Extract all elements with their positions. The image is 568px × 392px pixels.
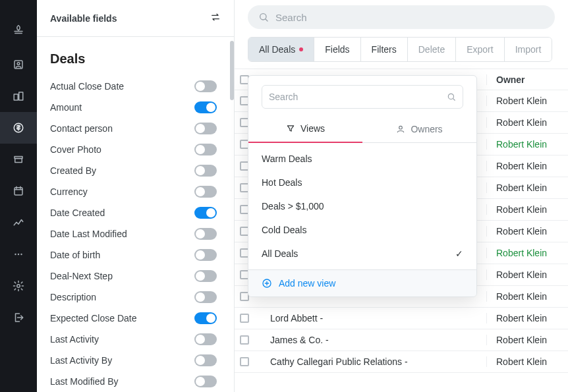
contacts-icon[interactable] xyxy=(0,49,37,80)
field-group-title: Deals xyxy=(37,37,230,76)
organisations-icon[interactable] xyxy=(0,80,37,112)
cell-owner[interactable]: Robert Klein xyxy=(486,248,559,258)
table-row[interactable]: James & Co. -Robert Klein xyxy=(235,329,568,351)
cell-owner[interactable]: Robert Klein xyxy=(486,139,559,150)
view-option-label: Warm Deals xyxy=(262,154,312,164)
tab-owners[interactable]: Owners xyxy=(362,115,476,143)
swap-columns-icon[interactable] xyxy=(210,12,221,25)
view-option-label: Cold Deals xyxy=(262,225,306,235)
field-row: Last Modified By xyxy=(37,371,230,392)
view-option[interactable]: Hot Deals xyxy=(248,171,476,194)
field-row: Date of birth xyxy=(37,244,230,266)
calendar-icon[interactable] xyxy=(0,175,37,207)
svg-point-8 xyxy=(14,254,16,255)
col-owner: Owner xyxy=(486,74,559,85)
field-label: Date Last Modified xyxy=(50,229,127,239)
view-selector[interactable]: All Deals xyxy=(248,38,314,61)
toolbar: All Deals Fields Filters Delete Export I… xyxy=(235,37,568,69)
field-toggle[interactable] xyxy=(194,333,217,345)
plus-circle-icon xyxy=(262,278,272,289)
field-label: Date of birth xyxy=(50,250,100,260)
cell-owner: Robert Klein xyxy=(486,96,559,106)
tab-views[interactable]: Views xyxy=(248,115,362,143)
field-toggle[interactable] xyxy=(194,80,217,92)
field-toggle[interactable] xyxy=(194,144,217,155)
view-option[interactable]: Cold Deals xyxy=(248,218,476,242)
field-row: Currency xyxy=(37,181,230,202)
field-label: Description xyxy=(50,292,96,302)
field-label: Deal-Next Step xyxy=(50,271,113,281)
unsaved-dot-icon xyxy=(299,47,303,51)
cell-name: James & Co. - xyxy=(264,335,486,345)
archive-icon[interactable] xyxy=(0,144,37,175)
view-option[interactable]: Warm Deals xyxy=(248,147,476,171)
scrollbar-thumb[interactable] xyxy=(230,41,234,100)
field-toggle[interactable] xyxy=(194,249,217,261)
row-checkbox[interactable] xyxy=(240,357,249,366)
view-option[interactable]: All Deals✓ xyxy=(248,242,476,266)
field-toggle[interactable] xyxy=(194,186,217,198)
field-label: Created By xyxy=(50,165,96,176)
check-icon: ✓ xyxy=(455,248,463,259)
cell-owner: Robert Klein xyxy=(486,117,559,128)
filters-button[interactable]: Filters xyxy=(361,38,408,61)
svg-point-14 xyxy=(399,126,403,129)
fields-button[interactable]: Fields xyxy=(314,38,360,61)
person-icon xyxy=(396,125,405,134)
fields-panel: Available fields Deals Actual Close Date… xyxy=(37,0,235,392)
field-row: Created By xyxy=(37,160,230,181)
svg-point-9 xyxy=(18,254,19,255)
field-toggle[interactable] xyxy=(194,312,217,324)
logout-icon[interactable] xyxy=(0,302,37,333)
view-option[interactable]: Deals > $1,000 xyxy=(248,194,476,218)
row-checkbox[interactable] xyxy=(240,335,249,345)
field-row: Last Activity xyxy=(37,329,230,350)
field-toggle[interactable] xyxy=(194,207,217,219)
add-view-button[interactable]: Add new view xyxy=(248,269,476,296)
field-label: Currency xyxy=(50,186,88,197)
cell-owner: Robert Klein xyxy=(486,161,559,171)
deals-icon[interactable] xyxy=(0,112,37,144)
export-button[interactable]: Export xyxy=(456,38,504,61)
views-search[interactable]: Search xyxy=(262,85,463,109)
view-option-label: All Deals xyxy=(262,248,298,259)
global-search[interactable]: Search xyxy=(248,5,555,29)
field-toggle[interactable] xyxy=(194,376,217,387)
delete-button[interactable]: Delete xyxy=(408,38,456,61)
field-label: Date Created xyxy=(50,208,105,218)
field-toggle[interactable] xyxy=(194,165,217,177)
cell-owner: Robert Klein xyxy=(486,182,559,193)
svg-rect-6 xyxy=(15,159,22,163)
field-toggle[interactable] xyxy=(194,123,217,134)
more-icon[interactable] xyxy=(0,238,37,270)
search-icon xyxy=(447,92,456,101)
field-label: Last Modified By xyxy=(50,376,119,387)
logo-icon[interactable] xyxy=(0,12,37,49)
cell-name: Lord Abbett - xyxy=(264,313,486,323)
view-option-label: Deals > $1,000 xyxy=(262,201,324,211)
field-toggle[interactable] xyxy=(194,354,217,366)
field-label: Last Activity By xyxy=(50,355,112,366)
activity-icon[interactable] xyxy=(0,207,37,238)
field-label: Actual Close Date xyxy=(50,81,124,92)
field-toggle[interactable] xyxy=(194,270,217,282)
panel-title: Available fields xyxy=(50,13,117,24)
main-area: Search All Deals Fields Filters Delete E… xyxy=(235,0,568,392)
table-row[interactable]: Lord Abbett -Robert Klein xyxy=(235,308,568,329)
table-row[interactable]: Cathy Callegari Public Relations -Robert… xyxy=(235,351,568,373)
field-row: Deal-Next Step xyxy=(37,266,230,287)
field-row: Contact person xyxy=(37,118,230,139)
nav-rail xyxy=(0,0,37,392)
field-row: Expected Close Date xyxy=(37,308,230,329)
cell-owner: Robert Klein xyxy=(486,269,559,280)
import-button[interactable]: Import xyxy=(505,38,552,61)
field-toggle[interactable] xyxy=(194,101,217,113)
field-row: Date Last Modified xyxy=(37,223,230,244)
field-toggle[interactable] xyxy=(194,291,217,303)
field-row: Amount xyxy=(37,97,230,118)
settings-icon[interactable] xyxy=(0,270,37,302)
field-row: Cover Photo xyxy=(37,139,230,160)
field-label: Expected Close Date xyxy=(50,313,137,323)
field-toggle[interactable] xyxy=(194,228,217,240)
row-checkbox[interactable] xyxy=(240,314,249,323)
